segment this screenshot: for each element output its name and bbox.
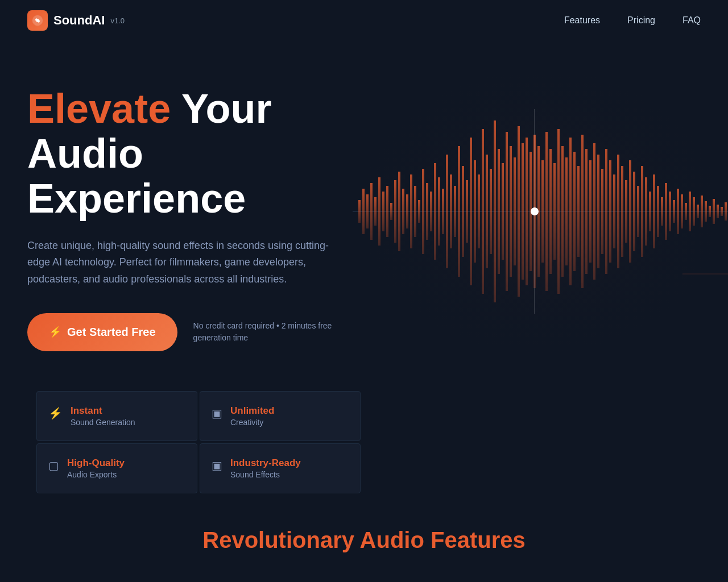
svg-rect-54 bbox=[557, 129, 560, 294]
svg-rect-6 bbox=[366, 194, 369, 228]
svg-rect-62 bbox=[589, 160, 592, 263]
svg-rect-35 bbox=[482, 129, 484, 294]
svg-rect-51 bbox=[545, 132, 548, 291]
svg-rect-61 bbox=[585, 149, 588, 274]
svg-rect-44 bbox=[518, 126, 520, 297]
svg-rect-25 bbox=[442, 189, 444, 234]
svg-rect-85 bbox=[681, 194, 683, 228]
bolt-icon: ⚡ bbox=[49, 326, 61, 338]
waveform-svg bbox=[353, 64, 728, 359]
svg-rect-30 bbox=[462, 166, 464, 257]
svg-rect-55 bbox=[561, 146, 564, 277]
svg-rect-77 bbox=[649, 192, 651, 231]
svg-rect-68 bbox=[613, 174, 615, 248]
svg-rect-93 bbox=[713, 199, 715, 224]
svg-rect-32 bbox=[470, 138, 472, 285]
feature-card-instant: ⚡ Instant Sound Generation bbox=[36, 391, 197, 441]
svg-rect-7 bbox=[370, 183, 373, 240]
svg-rect-96 bbox=[725, 202, 727, 221]
svg-rect-82 bbox=[669, 192, 671, 231]
svg-rect-60 bbox=[581, 135, 584, 288]
cta-note: No credit card required • 2 minutes free… bbox=[193, 320, 346, 344]
svg-rect-58 bbox=[573, 152, 576, 271]
svg-rect-65 bbox=[601, 169, 603, 254]
svg-rect-34 bbox=[478, 174, 480, 248]
hero-title-highlight: Elevate bbox=[27, 86, 171, 131]
svg-rect-14 bbox=[398, 172, 400, 251]
svg-rect-4 bbox=[358, 200, 361, 223]
svg-rect-26 bbox=[446, 155, 448, 268]
svg-rect-41 bbox=[506, 132, 508, 291]
svg-rect-59 bbox=[577, 166, 580, 257]
logo: SoundAI v1.0 bbox=[27, 10, 125, 31]
svg-rect-13 bbox=[394, 180, 396, 243]
svg-rect-12 bbox=[390, 203, 392, 220]
svg-rect-72 bbox=[629, 160, 631, 263]
svg-rect-53 bbox=[553, 163, 556, 260]
svg-rect-17 bbox=[410, 174, 412, 248]
get-started-button[interactable]: ⚡ Get Started Free bbox=[27, 313, 177, 351]
nav-faq[interactable]: FAQ bbox=[682, 15, 701, 26]
svg-rect-45 bbox=[522, 143, 524, 280]
svg-rect-11 bbox=[386, 186, 388, 237]
feature-cards-section: ⚡ Instant Sound Generation ▣ Unlimited C… bbox=[0, 391, 728, 493]
svg-rect-19 bbox=[418, 200, 420, 223]
feature-subtitle-1: Creativity bbox=[230, 418, 274, 427]
svg-rect-23 bbox=[434, 163, 436, 260]
svg-rect-73 bbox=[633, 172, 635, 251]
svg-rect-16 bbox=[406, 194, 408, 228]
feature-title-2: High-Quality bbox=[67, 458, 125, 469]
logo-icon bbox=[27, 10, 48, 31]
svg-rect-95 bbox=[721, 207, 723, 216]
nav-pricing[interactable]: Pricing bbox=[627, 15, 655, 26]
svg-rect-15 bbox=[402, 189, 404, 234]
svg-rect-18 bbox=[414, 186, 416, 237]
feature-subtitle-3: Sound Effects bbox=[230, 470, 301, 479]
svg-rect-90 bbox=[701, 196, 703, 227]
industry-icon: ▣ bbox=[212, 459, 222, 472]
svg-rect-33 bbox=[474, 160, 476, 263]
svg-rect-20 bbox=[422, 169, 424, 254]
svg-rect-81 bbox=[665, 183, 667, 240]
svg-rect-86 bbox=[685, 203, 687, 220]
svg-rect-91 bbox=[705, 201, 707, 222]
svg-rect-29 bbox=[458, 146, 460, 277]
svg-rect-92 bbox=[709, 206, 711, 217]
svg-rect-67 bbox=[609, 160, 611, 263]
svg-rect-37 bbox=[490, 169, 492, 254]
feature-card-industry: ▣ Industry-Ready Sound Effects bbox=[200, 443, 361, 493]
svg-rect-40 bbox=[502, 163, 504, 260]
cta-button-label: Get Started Free bbox=[67, 326, 156, 339]
svg-rect-64 bbox=[597, 155, 599, 268]
svg-rect-9 bbox=[378, 177, 380, 246]
svg-rect-78 bbox=[653, 174, 655, 248]
svg-rect-38 bbox=[494, 120, 496, 302]
svg-rect-63 bbox=[593, 143, 595, 280]
svg-rect-66 bbox=[605, 149, 607, 274]
feature-title-0: Instant bbox=[71, 405, 135, 417]
bottom-heading: Revolutionary Audio Features bbox=[27, 527, 701, 553]
feature-subtitle-0: Sound Generation bbox=[71, 418, 135, 427]
hero-subtitle: Create unique, high-quality sound effect… bbox=[27, 238, 334, 288]
svg-point-1 bbox=[36, 19, 39, 22]
nav-features[interactable]: Features bbox=[564, 15, 600, 26]
navigation: SoundAI v1.0 Features Pricing FAQ bbox=[0, 0, 728, 41]
nav-links: Features Pricing FAQ bbox=[564, 15, 701, 26]
feature-title-3: Industry-Ready bbox=[230, 458, 301, 469]
hero-title: Elevate Your Audio Experience bbox=[27, 86, 346, 222]
svg-rect-8 bbox=[374, 197, 377, 226]
svg-rect-21 bbox=[426, 183, 428, 240]
svg-rect-42 bbox=[510, 146, 512, 277]
feature-card-quality: ▢ High-Quality Audio Exports bbox=[36, 443, 197, 493]
svg-rect-22 bbox=[430, 192, 432, 231]
svg-rect-80 bbox=[661, 197, 663, 226]
feature-title-1: Unlimited bbox=[230, 405, 274, 417]
svg-rect-27 bbox=[450, 174, 452, 248]
feature-subtitle-2: Audio Exports bbox=[67, 470, 125, 479]
svg-rect-31 bbox=[466, 180, 468, 243]
bottom-section: Revolutionary Audio Features bbox=[0, 493, 728, 576]
svg-rect-52 bbox=[549, 149, 552, 274]
bolt-icon: ⚡ bbox=[48, 406, 63, 420]
svg-rect-83 bbox=[673, 200, 675, 223]
svg-rect-43 bbox=[514, 157, 516, 265]
